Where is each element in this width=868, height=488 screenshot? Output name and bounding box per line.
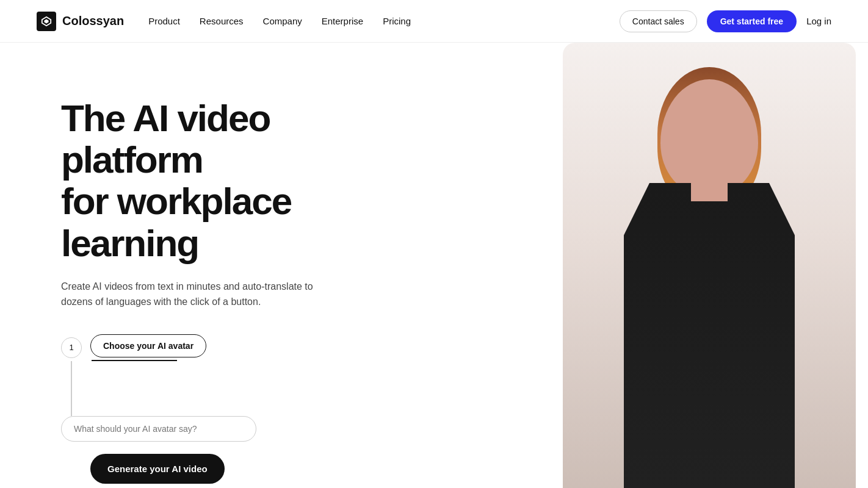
avatar-say-input[interactable] [61,416,256,442]
hero-section: The AI video platform for workplace lear… [0,43,868,488]
step-1-pill[interactable]: Choose your AI avatar [90,334,206,357]
contact-sales-button[interactable]: Contact sales [620,10,697,32]
nav-resources[interactable]: Resources [200,16,244,26]
step-1-content: Choose your AI avatar [90,334,206,361]
hero-subtitle: Create AI videos from text in minutes an… [61,279,317,310]
nav-pricing[interactable]: Pricing [383,16,411,26]
nav-actions: Contact sales Get started free Log in [620,10,831,32]
step-underline [92,360,177,361]
step-1-number: 1 [61,337,82,358]
navbar: Colossyan Product Resources Company Ente… [0,0,868,43]
step-1-row: 1 Choose your AI avatar [61,334,403,361]
logo-icon [37,12,56,31]
hero-content: The AI video platform for workplace lear… [61,85,403,488]
steps-container: 1 Choose your AI avatar [61,334,403,442]
svg-marker-1 [44,19,48,23]
nav-links: Product Resources Company Enterprise Pri… [148,16,411,26]
nav-company[interactable]: Company [263,16,302,26]
person-neck [691,177,728,201]
login-button[interactable]: Log in [806,16,831,26]
hero-image [538,43,868,488]
logo[interactable]: Colossyan [37,12,124,31]
step-2-row [61,416,403,442]
avatar-silhouette [563,43,856,488]
nav-enterprise[interactable]: Enterprise [322,16,363,26]
nav-product[interactable]: Product [148,16,180,26]
person-figure [593,55,825,488]
get-started-button[interactable]: Get started free [707,10,797,32]
person-torso [624,183,795,488]
generate-video-button[interactable]: Generate your AI video [90,454,225,484]
hero-title: The AI video platform for workplace lear… [61,98,403,264]
